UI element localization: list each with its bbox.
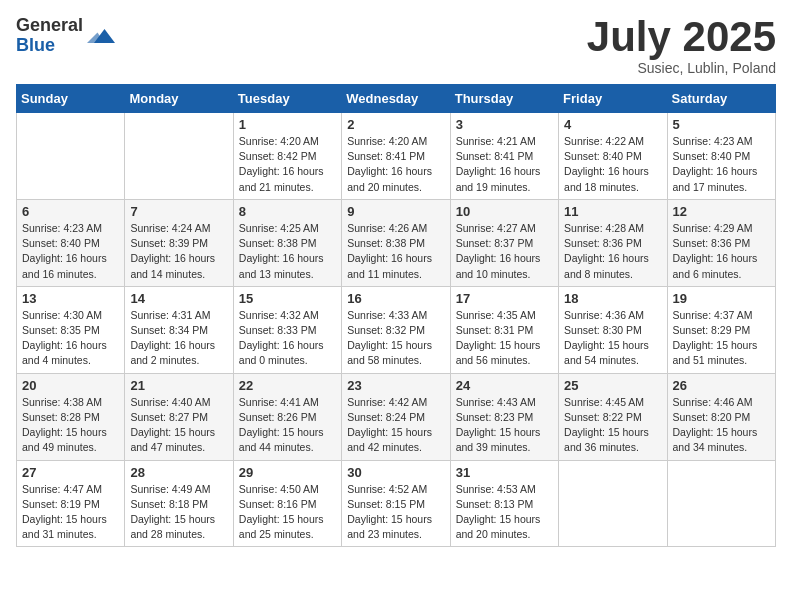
- day-number: 7: [130, 204, 227, 219]
- calendar-cell: 5Sunrise: 4:23 AM Sunset: 8:40 PM Daylig…: [667, 113, 775, 200]
- calendar-week-5: 27Sunrise: 4:47 AM Sunset: 8:19 PM Dayli…: [17, 460, 776, 547]
- calendar-cell: 27Sunrise: 4:47 AM Sunset: 8:19 PM Dayli…: [17, 460, 125, 547]
- calendar-cell: 29Sunrise: 4:50 AM Sunset: 8:16 PM Dayli…: [233, 460, 341, 547]
- day-number: 26: [673, 378, 770, 393]
- calendar-cell: 6Sunrise: 4:23 AM Sunset: 8:40 PM Daylig…: [17, 199, 125, 286]
- calendar-cell: [17, 113, 125, 200]
- day-number: 4: [564, 117, 661, 132]
- month-title: July 2025: [587, 16, 776, 58]
- calendar-cell: 30Sunrise: 4:52 AM Sunset: 8:15 PM Dayli…: [342, 460, 450, 547]
- day-info: Sunrise: 4:27 AM Sunset: 8:37 PM Dayligh…: [456, 221, 553, 282]
- day-number: 31: [456, 465, 553, 480]
- logo-general: General: [16, 16, 83, 36]
- day-info: Sunrise: 4:21 AM Sunset: 8:41 PM Dayligh…: [456, 134, 553, 195]
- day-number: 21: [130, 378, 227, 393]
- calendar-week-1: 1Sunrise: 4:20 AM Sunset: 8:42 PM Daylig…: [17, 113, 776, 200]
- day-number: 6: [22, 204, 119, 219]
- day-number: 12: [673, 204, 770, 219]
- calendar-cell: 3Sunrise: 4:21 AM Sunset: 8:41 PM Daylig…: [450, 113, 558, 200]
- calendar-cell: 4Sunrise: 4:22 AM Sunset: 8:40 PM Daylig…: [559, 113, 667, 200]
- day-info: Sunrise: 4:46 AM Sunset: 8:20 PM Dayligh…: [673, 395, 770, 456]
- day-info: Sunrise: 4:20 AM Sunset: 8:41 PM Dayligh…: [347, 134, 444, 195]
- day-number: 8: [239, 204, 336, 219]
- day-info: Sunrise: 4:45 AM Sunset: 8:22 PM Dayligh…: [564, 395, 661, 456]
- day-number: 1: [239, 117, 336, 132]
- calendar-cell: 2Sunrise: 4:20 AM Sunset: 8:41 PM Daylig…: [342, 113, 450, 200]
- day-info: Sunrise: 4:41 AM Sunset: 8:26 PM Dayligh…: [239, 395, 336, 456]
- day-info: Sunrise: 4:28 AM Sunset: 8:36 PM Dayligh…: [564, 221, 661, 282]
- logo-blue: Blue: [16, 36, 83, 56]
- day-number: 15: [239, 291, 336, 306]
- day-number: 29: [239, 465, 336, 480]
- calendar-cell: 22Sunrise: 4:41 AM Sunset: 8:26 PM Dayli…: [233, 373, 341, 460]
- day-info: Sunrise: 4:23 AM Sunset: 8:40 PM Dayligh…: [673, 134, 770, 195]
- day-info: Sunrise: 4:31 AM Sunset: 8:34 PM Dayligh…: [130, 308, 227, 369]
- day-number: 16: [347, 291, 444, 306]
- calendar-cell: 14Sunrise: 4:31 AM Sunset: 8:34 PM Dayli…: [125, 286, 233, 373]
- title-block: July 2025 Susiec, Lublin, Poland: [587, 16, 776, 76]
- day-number: 5: [673, 117, 770, 132]
- day-number: 17: [456, 291, 553, 306]
- calendar-cell: 20Sunrise: 4:38 AM Sunset: 8:28 PM Dayli…: [17, 373, 125, 460]
- calendar-cell: 15Sunrise: 4:32 AM Sunset: 8:33 PM Dayli…: [233, 286, 341, 373]
- calendar-cell: 1Sunrise: 4:20 AM Sunset: 8:42 PM Daylig…: [233, 113, 341, 200]
- logo-icon: [87, 22, 115, 50]
- calendar-week-2: 6Sunrise: 4:23 AM Sunset: 8:40 PM Daylig…: [17, 199, 776, 286]
- calendar-cell: 7Sunrise: 4:24 AM Sunset: 8:39 PM Daylig…: [125, 199, 233, 286]
- day-info: Sunrise: 4:49 AM Sunset: 8:18 PM Dayligh…: [130, 482, 227, 543]
- calendar-cell: 28Sunrise: 4:49 AM Sunset: 8:18 PM Dayli…: [125, 460, 233, 547]
- calendar-cell: 9Sunrise: 4:26 AM Sunset: 8:38 PM Daylig…: [342, 199, 450, 286]
- calendar-cell: 21Sunrise: 4:40 AM Sunset: 8:27 PM Dayli…: [125, 373, 233, 460]
- day-header-saturday: Saturday: [667, 85, 775, 113]
- calendar-cell: 16Sunrise: 4:33 AM Sunset: 8:32 PM Dayli…: [342, 286, 450, 373]
- logo: General Blue: [16, 16, 115, 56]
- day-header-thursday: Thursday: [450, 85, 558, 113]
- calendar-cell: 26Sunrise: 4:46 AM Sunset: 8:20 PM Dayli…: [667, 373, 775, 460]
- calendar-cell: 13Sunrise: 4:30 AM Sunset: 8:35 PM Dayli…: [17, 286, 125, 373]
- day-number: 28: [130, 465, 227, 480]
- calendar-cell: 31Sunrise: 4:53 AM Sunset: 8:13 PM Dayli…: [450, 460, 558, 547]
- day-info: Sunrise: 4:22 AM Sunset: 8:40 PM Dayligh…: [564, 134, 661, 195]
- calendar-cell: 12Sunrise: 4:29 AM Sunset: 8:36 PM Dayli…: [667, 199, 775, 286]
- day-info: Sunrise: 4:40 AM Sunset: 8:27 PM Dayligh…: [130, 395, 227, 456]
- calendar-cell: 11Sunrise: 4:28 AM Sunset: 8:36 PM Dayli…: [559, 199, 667, 286]
- calendar-cell: 24Sunrise: 4:43 AM Sunset: 8:23 PM Dayli…: [450, 373, 558, 460]
- day-info: Sunrise: 4:33 AM Sunset: 8:32 PM Dayligh…: [347, 308, 444, 369]
- day-info: Sunrise: 4:38 AM Sunset: 8:28 PM Dayligh…: [22, 395, 119, 456]
- calendar-cell: 18Sunrise: 4:36 AM Sunset: 8:30 PM Dayli…: [559, 286, 667, 373]
- day-number: 25: [564, 378, 661, 393]
- calendar-cell: 25Sunrise: 4:45 AM Sunset: 8:22 PM Dayli…: [559, 373, 667, 460]
- day-info: Sunrise: 4:24 AM Sunset: 8:39 PM Dayligh…: [130, 221, 227, 282]
- day-number: 18: [564, 291, 661, 306]
- day-header-sunday: Sunday: [17, 85, 125, 113]
- day-number: 27: [22, 465, 119, 480]
- day-info: Sunrise: 4:26 AM Sunset: 8:38 PM Dayligh…: [347, 221, 444, 282]
- day-info: Sunrise: 4:52 AM Sunset: 8:15 PM Dayligh…: [347, 482, 444, 543]
- calendar-header-row: SundayMondayTuesdayWednesdayThursdayFrid…: [17, 85, 776, 113]
- page-header: General Blue July 2025 Susiec, Lublin, P…: [16, 16, 776, 76]
- day-info: Sunrise: 4:20 AM Sunset: 8:42 PM Dayligh…: [239, 134, 336, 195]
- calendar-week-3: 13Sunrise: 4:30 AM Sunset: 8:35 PM Dayli…: [17, 286, 776, 373]
- calendar-week-4: 20Sunrise: 4:38 AM Sunset: 8:28 PM Dayli…: [17, 373, 776, 460]
- calendar-cell: [559, 460, 667, 547]
- day-info: Sunrise: 4:25 AM Sunset: 8:38 PM Dayligh…: [239, 221, 336, 282]
- day-info: Sunrise: 4:42 AM Sunset: 8:24 PM Dayligh…: [347, 395, 444, 456]
- day-info: Sunrise: 4:29 AM Sunset: 8:36 PM Dayligh…: [673, 221, 770, 282]
- calendar-cell: 8Sunrise: 4:25 AM Sunset: 8:38 PM Daylig…: [233, 199, 341, 286]
- day-info: Sunrise: 4:30 AM Sunset: 8:35 PM Dayligh…: [22, 308, 119, 369]
- calendar-cell: [125, 113, 233, 200]
- logo-text: General Blue: [16, 16, 83, 56]
- day-info: Sunrise: 4:43 AM Sunset: 8:23 PM Dayligh…: [456, 395, 553, 456]
- day-info: Sunrise: 4:50 AM Sunset: 8:16 PM Dayligh…: [239, 482, 336, 543]
- day-number: 3: [456, 117, 553, 132]
- day-info: Sunrise: 4:35 AM Sunset: 8:31 PM Dayligh…: [456, 308, 553, 369]
- location-subtitle: Susiec, Lublin, Poland: [587, 60, 776, 76]
- calendar-cell: [667, 460, 775, 547]
- calendar-cell: 23Sunrise: 4:42 AM Sunset: 8:24 PM Dayli…: [342, 373, 450, 460]
- day-number: 19: [673, 291, 770, 306]
- day-info: Sunrise: 4:47 AM Sunset: 8:19 PM Dayligh…: [22, 482, 119, 543]
- day-number: 23: [347, 378, 444, 393]
- day-number: 2: [347, 117, 444, 132]
- calendar-cell: 10Sunrise: 4:27 AM Sunset: 8:37 PM Dayli…: [450, 199, 558, 286]
- day-info: Sunrise: 4:36 AM Sunset: 8:30 PM Dayligh…: [564, 308, 661, 369]
